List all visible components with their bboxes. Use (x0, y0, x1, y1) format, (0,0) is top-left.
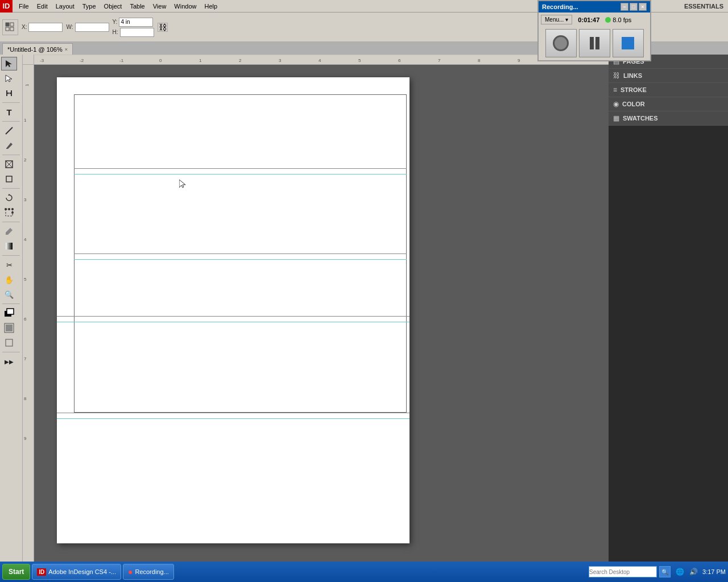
recording-title-label: Recording... (542, 3, 578, 10)
recording-record-btn[interactable] (545, 29, 577, 57)
eyedropper-icon (5, 227, 14, 236)
canvas-area[interactable]: -3 -2 -1 0 1 2 3 4 5 6 7 8 9 1 1 2 (23, 55, 609, 568)
type-tool-btn[interactable]: T (1, 105, 17, 119)
swatches-panel-header[interactable]: ▦ SWATCHES (609, 111, 728, 125)
w-size-group: W: (66, 23, 109, 32)
menu-window[interactable]: Window (170, 2, 200, 11)
gap-tool-btn[interactable] (1, 86, 17, 100)
vertical-ruler: 1 1 2 3 4 5 6 7 8 9 (23, 65, 34, 568)
svg-text:4: 4 (24, 237, 27, 242)
proxy-grid-icon (5, 22, 16, 33)
extra-tools-btn[interactable]: ▶▶ (1, 355, 17, 368)
constrain-proportions-btn[interactable]: ⛓ (158, 23, 168, 32)
y-input[interactable] (119, 18, 153, 27)
menu-table[interactable]: Table (126, 2, 148, 11)
tab-close-btn[interactable]: × (65, 47, 68, 52)
gradient-tool-btn[interactable] (1, 239, 17, 253)
guide-line-3 (57, 322, 410, 322)
zoom-tool-btn[interactable]: 🔍 (1, 288, 17, 301)
free-transform-tool-btn[interactable] (1, 206, 17, 219)
right-panel: ▤ PAGES ⛓ LINKS ≡ STROKE ◉ COLOR ▦ (609, 55, 728, 568)
rect-frame-icon (5, 160, 14, 169)
stroke-panel-section: ≡ STROKE (609, 83, 728, 97)
direct-select-icon (5, 74, 14, 83)
tool-separator-7 (2, 304, 20, 304)
menu-layout[interactable]: Layout (52, 2, 78, 11)
pencil-tool-btn[interactable] (1, 139, 17, 152)
transform-proxy (2, 19, 18, 35)
selection-tool-btn[interactable] (1, 57, 17, 70)
menu-view[interactable]: View (149, 2, 171, 11)
mode-toggle-btn[interactable] (1, 336, 17, 350)
color-panel-header[interactable]: ◉ COLOR (609, 97, 728, 111)
scissors-tool-btn[interactable]: ✂ (1, 258, 17, 272)
color-panel-icon: ◉ (613, 100, 619, 108)
svg-text:6: 6 (24, 317, 27, 322)
svg-text:1: 1 (24, 118, 27, 123)
svg-text:1: 1 (24, 84, 30, 86)
search-icon[interactable]: 🔍 (659, 566, 671, 577)
recording-stop-btn[interactable] (613, 29, 644, 57)
tool-separator-2 (2, 121, 20, 122)
panel-empty-area (609, 126, 728, 568)
w-input[interactable] (75, 23, 109, 32)
svg-text:8: 8 (24, 396, 27, 401)
recording-dot-icon: ● (128, 567, 133, 576)
ruler-corner (23, 55, 34, 65)
x-label: X: (22, 24, 27, 30)
eyedropper-tool-btn[interactable] (1, 225, 17, 238)
guide-line-4 (57, 418, 410, 419)
svg-point-20 (8, 208, 10, 210)
recording-title-bar: Recording... − □ × (539, 1, 650, 13)
h-input[interactable] (120, 28, 154, 37)
recording-close-btn[interactable]: × (639, 3, 647, 11)
svg-text:5: 5 (358, 58, 361, 63)
svg-text:-3: -3 (40, 58, 44, 63)
svg-text:-1: -1 (119, 58, 124, 63)
links-panel-header[interactable]: ⛓ LINKS (609, 69, 728, 82)
recording-restore-btn[interactable]: □ (630, 3, 638, 11)
rect-tool-icon (5, 174, 14, 184)
recording-btn-label: Recording... (135, 568, 168, 575)
menu-file[interactable]: File (15, 2, 33, 11)
taskbar-indesign-btn[interactable]: ID Adobe InDesign CS4 -... (32, 564, 121, 580)
table-row-line-4 (57, 413, 410, 413)
fps-display: 8.0 fps (605, 16, 631, 23)
svg-rect-4 (6, 23, 9, 26)
stop-square-icon (622, 37, 634, 49)
fill-stroke-btn[interactable] (1, 306, 17, 320)
recording-controls: Menu... ▾ 0:01:47 8.0 fps (539, 13, 650, 27)
tool-separator-4 (2, 188, 20, 189)
rotate-tool-btn[interactable] (1, 191, 17, 205)
menu-edit[interactable]: Edit (33, 2, 52, 11)
rectangle-frame-tool-btn[interactable] (1, 157, 17, 171)
taskbar-recording-btn[interactable]: ● Recording... (123, 564, 174, 580)
direct-select-tool-btn[interactable] (1, 72, 17, 85)
menu-help[interactable]: Help (200, 2, 221, 11)
indesign-btn-label: Adobe InDesign CS4 -... (48, 568, 116, 575)
recording-menu-dropdown[interactable]: Menu... ▾ (541, 15, 572, 24)
stroke-panel-label: STROKE (621, 86, 647, 93)
menu-object[interactable]: Object (100, 2, 126, 11)
rectangle-tool-btn[interactable] (1, 172, 17, 186)
svg-marker-5 (6, 60, 12, 67)
svg-rect-23 (6, 243, 13, 250)
recording-pause-btn[interactable] (579, 29, 610, 57)
preview-btn[interactable] (1, 321, 17, 335)
mode-toggle-icon (5, 338, 14, 347)
taskbar-search-input[interactable] (589, 566, 657, 577)
svg-text:7: 7 (24, 356, 27, 361)
menu-type[interactable]: Type (78, 2, 100, 11)
svg-text:2: 2 (239, 58, 242, 63)
x-input[interactable] (28, 23, 63, 32)
stroke-panel-header[interactable]: ≡ STROKE (609, 83, 728, 97)
document-tab[interactable]: *Untitled-1 @ 106% × (2, 43, 73, 55)
links-panel-section: ⛓ LINKS (609, 69, 728, 83)
transform-proxy-icon[interactable] (2, 19, 18, 35)
guide-line-1 (74, 174, 407, 174)
recording-minimize-btn[interactable]: − (621, 3, 628, 11)
line-tool-btn[interactable] (1, 124, 17, 138)
start-button[interactable]: Start (2, 564, 30, 580)
left-toolbar: T ✂ ✋ 🔍 (0, 55, 23, 568)
hand-tool-btn[interactable]: ✋ (1, 273, 17, 286)
